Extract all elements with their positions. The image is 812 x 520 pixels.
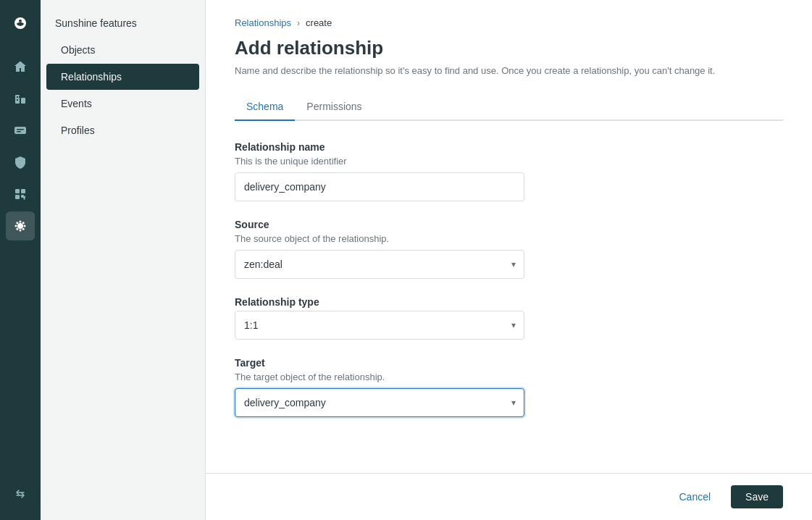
main-content: Relationships › create Add relationship … <box>206 0 812 520</box>
svg-rect-2 <box>17 96 18 98</box>
svg-rect-8 <box>15 189 20 193</box>
svg-point-17 <box>15 225 17 227</box>
grid-icon[interactable] <box>6 180 35 209</box>
svg-rect-1 <box>21 98 25 104</box>
sidebar-item-relationships[interactable]: Relationships <box>46 64 199 90</box>
content-area: Relationships › create Add relationship … <box>206 0 812 473</box>
source-select-wrapper: zen:deal zen:ticket zen:user zen:organiz… <box>235 250 524 279</box>
shield-icon[interactable] <box>6 148 35 177</box>
source-hint: The source object of the relationship. <box>235 233 783 244</box>
home-icon[interactable] <box>6 52 35 81</box>
sunshine-icon[interactable] <box>6 211 35 240</box>
svg-point-16 <box>20 230 22 232</box>
target-label: Target <box>235 357 783 369</box>
svg-point-21 <box>22 222 25 224</box>
svg-point-14 <box>17 223 23 229</box>
target-hint: The target object of the relationship. <box>235 372 783 382</box>
save-button[interactable]: Save <box>731 485 783 508</box>
target-select[interactable]: delivery_company zen:ticket zen:user <box>235 388 524 417</box>
form: Relationship name This is the unique ide… <box>235 141 783 417</box>
relationship-type-select[interactable]: 1:1 1:N N:N <box>235 311 524 340</box>
breadcrumb-link[interactable]: Relationships <box>235 17 291 28</box>
relationship-type-group: Relationship type 1:1 1:N N:N ▾ <box>235 296 783 340</box>
breadcrumb-separator: › <box>297 18 300 28</box>
svg-rect-9 <box>21 189 25 193</box>
svg-rect-10 <box>15 195 20 199</box>
target-group: Target The target object of the relation… <box>235 357 783 417</box>
ticket-icon[interactable] <box>6 116 35 145</box>
relationship-type-select-wrapper: 1:1 1:N N:N ▾ <box>235 311 524 340</box>
buildings-icon[interactable] <box>6 84 35 113</box>
transfer-icon[interactable] <box>6 479 35 508</box>
relationship-name-input[interactable] <box>235 172 524 201</box>
app-logo[interactable] <box>6 9 35 38</box>
sidebar-section-title: Sunshine features <box>41 6 205 36</box>
sidebar: Sunshine features Objects Relationships … <box>41 0 206 520</box>
svg-rect-6 <box>17 129 24 130</box>
svg-rect-7 <box>17 131 21 133</box>
source-select[interactable]: zen:deal zen:ticket zen:user zen:organiz… <box>235 250 524 279</box>
relationship-name-hint: This is the unique identifier <box>235 156 783 167</box>
svg-point-18 <box>24 225 26 227</box>
sidebar-item-objects[interactable]: Objects <box>46 37 199 63</box>
tabs: Schema Permissions <box>235 93 783 121</box>
source-label: Source <box>235 219 783 230</box>
cancel-button[interactable]: Cancel <box>667 485 722 508</box>
relationship-name-label: Relationship name <box>235 141 783 153</box>
source-group: Source The source object of the relation… <box>235 219 783 279</box>
tab-permissions[interactable]: Permissions <box>295 93 373 121</box>
breadcrumb-current: create <box>306 17 332 28</box>
svg-point-15 <box>20 221 22 223</box>
sidebar-item-events[interactable]: Events <box>46 91 199 117</box>
relationship-name-group: Relationship name This is the unique ide… <box>235 141 783 201</box>
footer: Cancel Save <box>206 473 812 520</box>
svg-rect-4 <box>17 99 18 101</box>
svg-point-22 <box>16 228 18 230</box>
page-description: Name and describe the relationship so it… <box>235 65 783 76</box>
page-title: Add relationship <box>235 37 783 59</box>
svg-rect-3 <box>19 96 20 98</box>
tab-schema[interactable]: Schema <box>235 93 295 121</box>
sidebar-item-profiles[interactable]: Profiles <box>46 117 199 143</box>
svg-rect-5 <box>14 127 26 134</box>
relationship-type-label: Relationship type <box>235 296 783 308</box>
svg-point-19 <box>16 222 18 224</box>
icon-rail <box>0 0 41 520</box>
target-select-wrapper: delivery_company zen:ticket zen:user ▾ <box>235 388 524 417</box>
breadcrumb: Relationships › create <box>235 17 783 28</box>
svg-point-20 <box>22 228 25 230</box>
